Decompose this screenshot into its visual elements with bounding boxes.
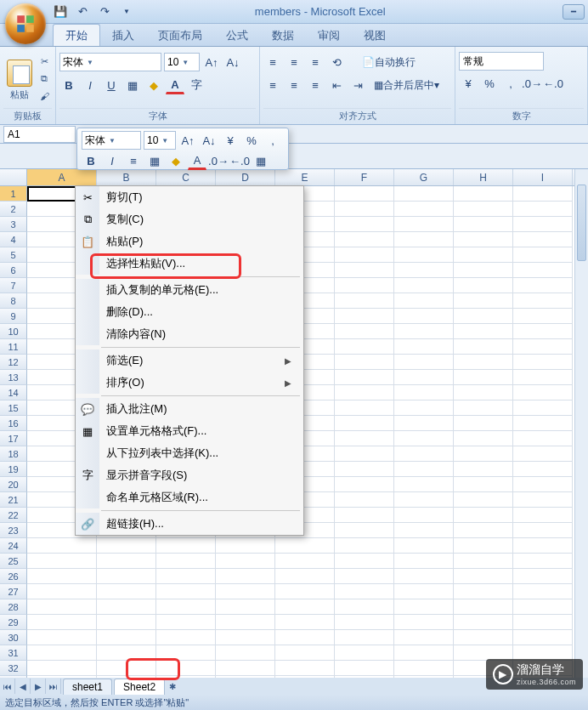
cell[interactable] [394,492,454,508]
shrink-font-icon[interactable]: A↓ [223,53,242,71]
cell[interactable] [156,661,216,676]
cell[interactable] [335,309,394,324]
cell[interactable] [27,630,97,645]
menu-item[interactable]: 插入复制的单元格(E)... [76,279,303,301]
cell[interactable] [27,538,97,554]
cell[interactable] [454,431,513,446]
cell[interactable] [454,370,513,385]
cell[interactable] [454,339,513,355]
increase-decimal-icon[interactable]: .0→ [523,74,541,93]
cell[interactable] [216,538,275,554]
row-header[interactable]: 24 [0,538,27,554]
cell[interactable] [216,599,275,615]
menu-item[interactable]: 清除内容(N) [76,323,303,345]
percent-icon[interactable]: % [480,74,499,93]
sheet-nav-prev-icon[interactable]: ◀ [15,679,31,694]
cell[interactable] [27,569,97,584]
cell[interactable] [454,477,513,492]
cell[interactable] [513,599,573,615]
cell[interactable] [335,462,394,477]
cell[interactable] [335,370,394,385]
cell[interactable] [513,508,573,523]
minimize-button[interactable]: ━ [563,4,585,20]
cell[interactable] [513,446,573,462]
tab-data[interactable]: 数据 [260,25,306,46]
cell[interactable] [513,554,573,569]
row-header[interactable]: 1 [0,186,27,202]
cell[interactable] [97,554,156,569]
cell[interactable] [335,278,394,293]
cell[interactable] [454,508,513,523]
cell[interactable] [156,538,216,554]
cell[interactable] [513,569,573,584]
cell[interactable] [275,554,335,569]
cell[interactable] [454,293,513,309]
cell[interactable] [454,538,513,554]
cell[interactable] [335,599,394,615]
align-top-icon[interactable]: ≡ [263,53,282,71]
cell[interactable] [335,446,394,462]
cell[interactable] [156,554,216,569]
cell[interactable] [27,645,97,661]
row-header[interactable]: 12 [0,355,27,370]
cell[interactable] [275,538,335,554]
cell[interactable] [513,630,573,645]
cell[interactable] [335,538,394,554]
cell[interactable] [335,339,394,355]
mini-decimal-dec-icon[interactable]: ←.0 [230,151,249,170]
cell[interactable] [513,400,573,416]
cell[interactable] [97,599,156,615]
cell[interactable] [454,554,513,569]
cell[interactable] [454,416,513,431]
menu-item[interactable]: ▦设置单元格格式(F)... [76,420,303,442]
cell[interactable] [156,599,216,615]
row-header[interactable]: 14 [0,385,27,400]
cell[interactable] [513,370,573,385]
col-header-g[interactable]: G [394,169,454,185]
cell[interactable] [156,569,216,584]
cell[interactable] [27,599,97,615]
row-header[interactable]: 29 [0,615,27,630]
cell[interactable] [454,217,513,232]
cell[interactable] [513,477,573,492]
tab-review[interactable]: 审阅 [306,25,352,46]
cell[interactable] [97,630,156,645]
mini-font-size[interactable]: 10▼ [144,131,176,150]
mini-italic-icon[interactable]: I [103,151,122,170]
cell[interactable] [97,645,156,661]
cell[interactable] [335,554,394,569]
menu-item[interactable]: 选择性粘贴(V)... [76,253,303,275]
align-middle-icon[interactable]: ≡ [285,53,303,71]
cell[interactable] [216,584,275,599]
col-header-b[interactable]: B [97,169,156,185]
col-header-d[interactable]: D [216,169,275,185]
mini-font-name[interactable]: 宋体▼ [82,131,141,150]
cell[interactable] [335,523,394,538]
menu-item[interactable]: 💬插入批注(M) [76,398,303,420]
row-header[interactable]: 31 [0,645,27,661]
mini-bold-icon[interactable]: B [82,151,100,170]
cell[interactable] [454,523,513,538]
cell[interactable] [97,569,156,584]
cell[interactable] [513,492,573,508]
tab-insert[interactable]: 插入 [100,25,146,46]
cell[interactable] [394,324,454,339]
cell[interactable] [394,370,454,385]
tab-page-layout[interactable]: 页面布局 [146,25,214,46]
cell[interactable] [454,202,513,217]
row-header[interactable]: 3 [0,217,27,232]
cell[interactable] [335,355,394,370]
row-header[interactable]: 20 [0,477,27,492]
col-header-e[interactable]: E [275,169,335,185]
row-header[interactable]: 11 [0,339,27,355]
cell[interactable] [335,293,394,309]
wrap-text-button[interactable]: 📄 自动换行 [358,53,420,71]
row-header[interactable]: 21 [0,492,27,508]
row-header[interactable]: 17 [0,431,27,446]
cell[interactable] [275,630,335,645]
cell[interactable] [454,630,513,645]
align-bottom-icon[interactable]: ≡ [306,53,325,71]
cell[interactable] [275,599,335,615]
cell[interactable] [335,661,394,676]
menu-item[interactable]: 筛选(E)▶ [76,349,303,372]
